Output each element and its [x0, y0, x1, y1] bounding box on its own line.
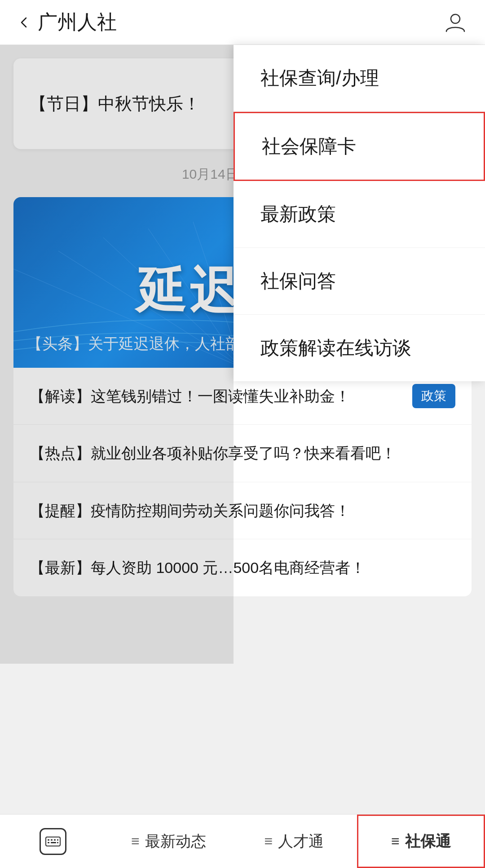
- svg-rect-13: [48, 839, 49, 841]
- svg-rect-16: [57, 839, 58, 841]
- nav-menu-icon-shebao: ≡: [391, 833, 400, 850]
- nav-label-latest: 最新动态: [145, 831, 206, 852]
- policy-badge-1: 政策: [412, 384, 455, 408]
- user-profile-icon[interactable]: [444, 11, 467, 34]
- svg-rect-14: [51, 839, 53, 841]
- back-button[interactable]: 广州人社: [18, 9, 117, 35]
- keyboard-icon: [40, 828, 66, 855]
- nav-item-latest[interactable]: ≡ 最新动态: [106, 815, 231, 868]
- dropdown-item-latest-policy[interactable]: 最新政策: [234, 181, 485, 248]
- header: 广州人社: [0, 0, 485, 45]
- back-arrow-icon: [18, 16, 31, 29]
- nav-menu-icon-latest: ≡: [131, 833, 140, 850]
- svg-rect-17: [48, 842, 49, 843]
- dropdown-item-shebao-qa[interactable]: 社保问答: [234, 248, 485, 315]
- dropdown-menu: 社保查询/办理 社会保障卡 最新政策 社保问答 政策解读在线访谈: [234, 45, 485, 381]
- nav-item-talent[interactable]: ≡ 人才通: [231, 815, 357, 868]
- svg-point-0: [451, 14, 460, 23]
- dropdown-item-shebao-query[interactable]: 社保查询/办理: [234, 45, 485, 112]
- dim-overlay: [0, 45, 234, 664]
- bottom-nav: ≡ 最新动态 ≡ 人才通 ≡ 社保通: [0, 814, 485, 868]
- svg-rect-12: [46, 837, 60, 846]
- keyboard-button[interactable]: [0, 815, 106, 868]
- dropdown-item-policy-online[interactable]: 政策解读在线访谈: [234, 315, 485, 381]
- nav-item-shebao[interactable]: ≡ 社保通: [357, 815, 485, 868]
- page-title: 广州人社: [38, 9, 117, 35]
- nav-label-shebao: 社保通: [405, 831, 451, 852]
- dropdown-item-social-card[interactable]: 社会保障卡: [234, 112, 485, 181]
- svg-rect-19: [57, 842, 58, 843]
- svg-rect-15: [54, 839, 56, 841]
- main-content: 【节日】中秋节快乐！ 中秋 佳节 10月14日 下午15:13: [0, 45, 485, 664]
- nav-menu-icon-talent: ≡: [264, 833, 273, 850]
- nav-label-talent: 人才通: [278, 831, 324, 852]
- svg-rect-18: [51, 842, 56, 843]
